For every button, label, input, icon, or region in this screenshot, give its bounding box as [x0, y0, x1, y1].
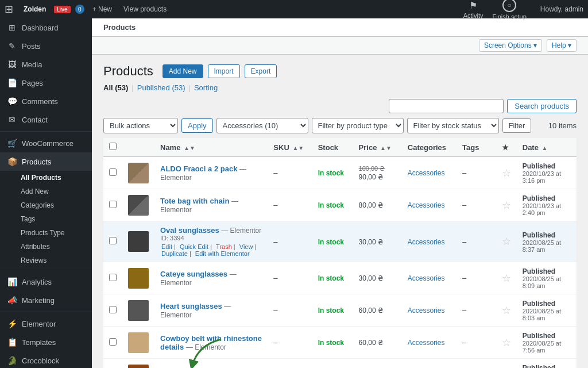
stock-status-filter-select[interactable]: Filter by stock status: [407, 118, 499, 133]
category-link[interactable]: Accessories: [408, 306, 445, 315]
screen-options-bar: Screen Options ▾ Help ▾: [92, 37, 588, 55]
site-name[interactable]: Zolden: [20, 5, 49, 13]
row-action-edit-with-elementor[interactable]: Edit with Elementor: [195, 250, 250, 257]
submenu-add-new[interactable]: Add New: [0, 185, 92, 198]
apply-button[interactable]: Apply: [181, 118, 213, 133]
product-price: 80,00 ₴: [353, 189, 402, 221]
featured-star-icon[interactable]: ☆: [502, 305, 511, 316]
th-stock: Stock: [312, 138, 353, 157]
th-name[interactable]: Name ▲▼: [154, 138, 268, 157]
featured-star-icon[interactable]: ☆: [502, 337, 511, 348]
th-featured: ★: [496, 138, 517, 157]
product-categories: Accessories: [402, 221, 457, 262]
featured-star-icon[interactable]: ☆: [502, 236, 511, 247]
sidebar-item-media[interactable]: 🖼 Media: [0, 55, 92, 74]
row-action-edit[interactable]: Edit: [161, 243, 172, 250]
product-name-link[interactable]: Heart sunglasses — Elementor: [160, 302, 231, 319]
import-button[interactable]: Import: [208, 64, 240, 78]
sidebar-item-dashboard[interactable]: ⊞ Dashboard: [0, 18, 92, 37]
th-date[interactable]: Date ▲: [517, 138, 577, 157]
submenu-categories[interactable]: Categories: [0, 198, 92, 212]
add-new-button[interactable]: Add New: [163, 64, 203, 78]
product-featured[interactable]: ☆: [496, 327, 517, 359]
product-thumbnail: [128, 365, 149, 369]
product-featured[interactable]: ☆: [496, 294, 517, 327]
category-link[interactable]: Accessories: [408, 339, 445, 347]
sidebar-item-contact[interactable]: ✉ Contact: [0, 110, 92, 129]
product-featured[interactable]: ☆: [496, 221, 517, 262]
featured-star-icon[interactable]: ☆: [502, 200, 511, 211]
category-filter-select[interactable]: Accessories (10): [216, 118, 308, 133]
row-checkbox[interactable]: [109, 168, 117, 176]
submenu-reviews[interactable]: Reviews: [0, 254, 92, 267]
sidebar-item-woocommerce[interactable]: 🛒 WooCommerce: [0, 134, 92, 152]
submenu-all-products[interactable]: All Products: [0, 171, 92, 185]
table-row: Heart sunglasses — Elementor–In stock60,…: [103, 294, 577, 327]
product-date: Published2020/08/25 at 8:09 am: [517, 262, 577, 294]
row-checkbox[interactable]: [109, 338, 117, 346]
filter-all-link[interactable]: All (53): [103, 83, 128, 92]
filter-button[interactable]: Filter: [502, 118, 532, 133]
table-row: Cowboy belt with rhinestone details — El…: [103, 327, 577, 359]
category-link[interactable]: Accessories: [408, 238, 445, 246]
filter-published-link[interactable]: Published (53): [137, 83, 185, 92]
activity-button[interactable]: ⚑ Activity: [463, 0, 483, 19]
row-checkbox[interactable]: [109, 306, 117, 313]
sidebar-item-analytics[interactable]: 📊 Analytics: [0, 273, 92, 291]
page-title: Products: [103, 64, 153, 79]
sidebar-item-posts[interactable]: ✎ Posts: [0, 37, 92, 55]
row-action-duplicate[interactable]: Duplicate: [161, 250, 188, 257]
sidebar-item-comments[interactable]: 💬 Comments: [0, 92, 92, 110]
sidebar-item-elementor[interactable]: ⚡ Elementor: [0, 315, 92, 333]
wp-logo-icon: ⊞: [5, 3, 13, 16]
search-input[interactable]: [389, 99, 504, 113]
featured-star-icon[interactable]: ☆: [502, 273, 511, 284]
sidebar-item-products[interactable]: 📦 Products: [0, 152, 92, 171]
product-featured[interactable]: ☆: [496, 262, 517, 294]
row-action-quick-edit[interactable]: Quick Edit: [180, 243, 208, 250]
product-name-link[interactable]: Oval sunglasses — Elementor: [160, 226, 261, 235]
row-action-trash[interactable]: Trash: [216, 243, 232, 250]
row-checkbox[interactable]: [109, 274, 117, 281]
sidebar-label-templates: Templates: [22, 338, 56, 347]
sidebar-item-marketing[interactable]: 📣 Marketing: [0, 291, 92, 309]
sidebar-label-elementor: Elementor: [22, 320, 56, 328]
sidebar: ⊞ Dashboard ✎ Posts 🖼 Media 📄 Pages 💬 Co…: [0, 18, 92, 368]
view-products-link[interactable]: View products: [120, 5, 170, 13]
select-all-checkbox[interactable]: [109, 143, 117, 150]
help-button[interactable]: Help ▾: [547, 39, 577, 52]
submenu-products-type[interactable]: Products Type: [0, 226, 92, 240]
product-name-link[interactable]: ALDO Fraoci a 2 pack — Elementor: [160, 164, 246, 182]
product-name-link[interactable]: Cateye sunglasses — Elementor: [160, 270, 237, 287]
submenu-tags[interactable]: Tags: [0, 212, 92, 226]
product-name-link[interactable]: Belt with bejewelled buckle — Elementor: [160, 366, 257, 369]
search-products-button[interactable]: Search products: [507, 99, 577, 113]
product-featured[interactable]: ☆: [496, 359, 517, 369]
row-action-view[interactable]: View: [239, 243, 253, 250]
category-link[interactable]: Accessories: [408, 274, 445, 282]
sidebar-item-pages[interactable]: 📄 Pages: [0, 74, 92, 92]
bulk-actions-select[interactable]: Bulk actions: [103, 118, 178, 133]
product-name-link[interactable]: Tote bag with chain — Elementor: [160, 197, 238, 214]
sidebar-item-crocoblock[interactable]: 🐊 Crocoblock: [0, 351, 92, 368]
featured-star-icon[interactable]: ☆: [502, 167, 511, 179]
product-type-filter-select[interactable]: Filter by product type: [312, 118, 404, 133]
row-checkbox[interactable]: [109, 237, 117, 244]
export-button[interactable]: Export: [245, 64, 277, 78]
row-checkbox[interactable]: [109, 201, 117, 208]
new-content-link[interactable]: + New: [89, 5, 115, 13]
category-link[interactable]: Accessories: [408, 201, 445, 209]
filter-sorting-link[interactable]: Sorting: [194, 83, 218, 92]
product-featured[interactable]: ☆: [496, 189, 517, 221]
product-name-link[interactable]: Cowboy belt with rhinestone details — El…: [160, 334, 262, 351]
submenu-attributes[interactable]: Attributes: [0, 240, 92, 254]
table-row: Tote bag with chain — Elementor–In stock…: [103, 189, 577, 221]
product-featured[interactable]: ☆: [496, 157, 517, 189]
marketing-icon: 📣: [7, 296, 17, 305]
th-sku[interactable]: SKU ▲▼: [268, 138, 312, 157]
th-price[interactable]: Price ▲▼: [353, 138, 402, 157]
category-link[interactable]: Accessories: [408, 169, 445, 177]
sidebar-item-templates[interactable]: 📋 Templates: [0, 333, 92, 351]
screen-options-button[interactable]: Screen Options ▾: [479, 39, 542, 52]
finish-setup-button[interactable]: ○ Finish setup: [493, 0, 527, 20]
